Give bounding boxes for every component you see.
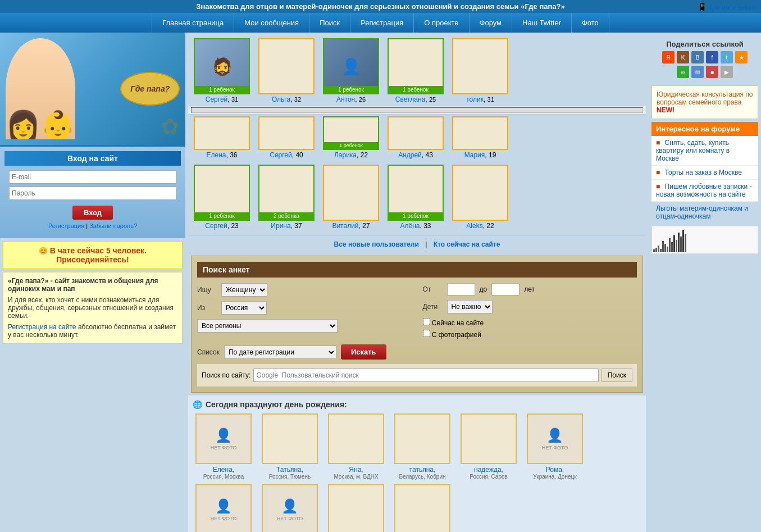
login-links: Регистрация | Забыли пароль? [9,222,176,229]
online-checkbox[interactable] [423,318,430,325]
child-badge: 1 ребенок [324,142,378,149]
chat-icon: 😊 [39,247,48,255]
main-wrapper: 👩‍👶 Где папа? ✿ Вход на сайт Вход Регист… [0,33,761,532]
nav-messages[interactable]: Мои сообщения [234,13,309,33]
main-nav: Главная страница Мои сообщения Поиск Рег… [0,13,761,33]
profile-photo: 1 ребенок [323,116,379,150]
share-icon-mail[interactable]: ✉ [691,66,704,78]
nav-photos[interactable]: Фото [572,13,609,33]
country-select[interactable]: Россия Украина Беларусь [221,301,267,315]
nav-about[interactable]: О проекте [414,13,469,33]
birthday-card: 👤 НЕТ ФОТО Дмитрий, Россия, Москва [193,484,254,532]
birthday-section: 🌐 Сегодня празднуют день рождения: 👤 НЕТ… [188,395,646,532]
section-links: Все новые пользователи | Кто сейчас на с… [188,235,646,253]
age-from-input[interactable] [447,283,475,295]
list-row: Список По дате регистрации По активности… [197,344,637,360]
mobile-link[interactable]: 📱 Для мобильного [698,2,755,11]
login-button[interactable]: Вход [72,206,113,220]
birthday-card: 👤 НЕТ ФОТО Дмитрий, Россия, Москва [259,484,321,532]
forum-footer-link[interactable]: Льготы матерям-одиночкам и отцам-одиночк… [656,204,748,220]
birthday-photo [328,413,384,464]
nav-twitter[interactable]: Наш Twitter [512,13,572,33]
info-desc: И для всех, кто хочет с ними познакомить… [8,296,177,320]
child-badge: 1 ребенок [195,212,249,220]
chat-link[interactable]: В чате сейчас 5 человек. Присоединяйтесь… [50,246,147,264]
birthday-photo [262,413,318,464]
nav-forum[interactable]: Форум [470,13,513,33]
share-icon-vk[interactable]: В [691,51,704,63]
email-field[interactable] [9,170,176,184]
profile-name: Ларика, 22 [320,151,382,159]
search-button[interactable]: Искать [341,344,386,360]
share-icon-moi-krug[interactable]: ∞ [677,66,689,78]
chart-bar [655,248,657,252]
birthday-location: Россия, Тюмень [259,474,321,480]
birthday-card: Яна, Москва, м. ВДНХ [325,413,387,480]
share-icon-more[interactable]: ▶ [721,66,733,78]
profile-photo [258,38,315,94]
chart-bar [673,235,675,252]
password-field[interactable] [9,187,176,200]
birthday-card: татьяна, Беларусь, Кобрин [391,413,453,480]
site-search-row: Поиск по сайту: Поиск [197,364,637,387]
child-badge: 2 ребенка [259,212,313,220]
register-link[interactable]: Регистрация [48,222,84,229]
children-select[interactable]: Не важно Есть Нет [447,300,493,313]
birthday-photo [394,413,450,464]
birthday-card: Татьяна, Россия, Тюмень [259,413,321,480]
profile-photo: 1 ребенок [194,165,250,221]
no-photo-icon: 👤 [215,428,232,443]
seek-select[interactable]: Женщину Мужчину [221,283,267,297]
online-row: Сейчас на сайте [423,318,637,327]
share-icon-odnoklassniki[interactable]: ★ [735,51,748,63]
forum-item-link[interactable]: Пишем любовные записки - новая возможнос… [656,183,752,198]
login-title: Вход на сайт [4,151,181,166]
birthday-card: Ясин, Украина, Харьков [325,484,387,532]
center-column: 🧔 1 ребенок Сергей, 31 Ольга, 32 👤 1 реб… [185,33,649,532]
profile-card: 1 ребенок Светлана, 25 [385,38,446,103]
share-icon-rambler[interactable]: R [662,51,675,63]
nav-register[interactable]: Регистрация [350,13,414,33]
search-right: От до лет Дети Не важно Есть Нет [423,283,637,342]
forum-item-link[interactable]: Торты на заказ в Москве [665,169,742,176]
search-left: Ищу Женщину Мужчину Из Россия Украина Бе… [197,283,412,342]
birthday-location: Украина, Донецк [524,474,586,480]
share-icon-k[interactable]: K [677,51,689,63]
profile-name: Сергей, 23 [191,222,253,230]
mobile-link-text[interactable]: Для мобильного [709,4,755,11]
search-title: Поиск анкет [197,262,637,278]
photo-checkbox[interactable] [423,330,430,337]
profile-photo [452,165,508,221]
legal-link[interactable]: Юридическая консультация по вопросам сем… [657,90,753,114]
chart-bar [676,240,677,252]
share-title: Поделиться ссылкой [656,40,754,48]
share-icon-facebook[interactable]: f [706,51,718,63]
site-search-button[interactable]: Поиск [601,369,632,382]
nav-home[interactable]: Главная страница [152,13,234,33]
search-rows: Ищу Женщину Мужчину Из Россия Украина Бе… [197,283,637,342]
forum-item-link[interactable]: Снять, сдать, купить квартиру или комнат… [656,139,730,162]
share-icon-livejournal[interactable]: ■ [706,66,718,78]
hero-text-bubble: Где папа? [120,72,180,106]
scrollbar[interactable] [191,107,643,113]
site-search-input[interactable] [253,369,598,382]
profile-card: 👤 1 ребенок Антон, 26 [320,38,382,103]
login-section: Вход на сайт Вход Регистрация | Забыли п… [0,145,185,238]
profile-photo [258,116,315,150]
all-new-users-link[interactable]: Все новые пользователи [334,240,419,248]
region-select[interactable]: Все регионы [197,319,338,333]
who-online-link[interactable]: Кто сейчас на сайте [434,240,500,248]
share-icon-twitter[interactable]: t [721,51,733,63]
birthday-photo: 👤 НЕТ ФОТО [195,484,252,532]
forgot-password-link[interactable]: Забыли пароль? [89,222,137,229]
nav-search[interactable]: Поиск [309,13,350,33]
profile-name: Алёна, 33 [385,222,446,230]
site-title-banner: Знакомства для отцов и матерей-одиночек … [0,0,761,13]
profile-card: 2 ребенка Ирина, 37 [256,165,317,230]
age-from-label: От [423,285,443,293]
list-select[interactable]: По дате регистрации По активности [224,345,336,359]
info-reg-link[interactable]: Регистрация на сайте [8,323,76,331]
age-to-input[interactable] [491,283,520,295]
profile-photo: 1 ребенок [388,165,444,221]
profile-name: Ирина, 37 [256,222,317,230]
